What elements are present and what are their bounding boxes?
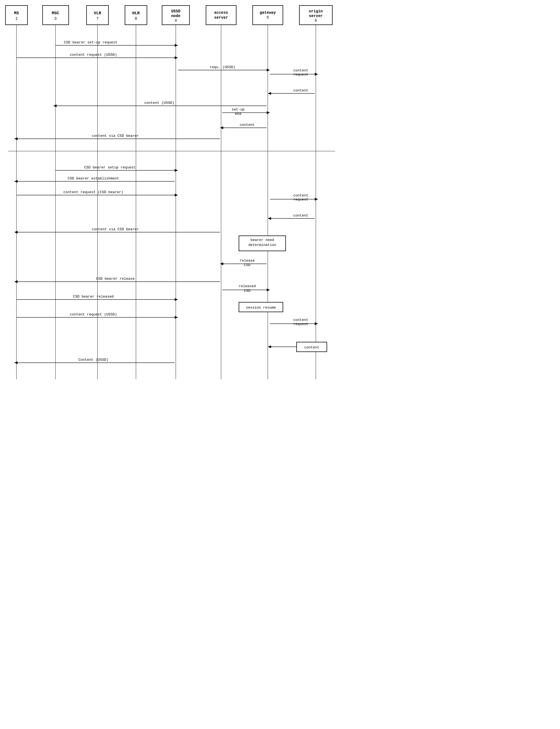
svg-text:content: content [240, 123, 255, 127]
svg-text:HLR: HLR [132, 11, 140, 16]
svg-text:request: request [293, 197, 308, 202]
svg-text:MSC: MSC [52, 11, 59, 16]
svg-text:VLR: VLR [94, 11, 101, 16]
svg-rect-16 [206, 5, 236, 25]
svg-text:server: server [214, 15, 228, 20]
svg-rect-3 [43, 5, 69, 25]
svg-text:3: 3 [54, 16, 57, 21]
svg-text:node: node [171, 14, 180, 18]
svg-text:MS: MS [14, 11, 19, 16]
svg-text:USSD: USSD [171, 9, 180, 13]
svg-text:set-up: set-up [232, 107, 245, 112]
svg-text:CSD bearer setup request: CSD bearer setup request [84, 165, 135, 169]
svg-rect-83 [239, 236, 286, 251]
svg-text:request: request [293, 73, 308, 77]
svg-text:content: content [293, 193, 308, 197]
svg-text:content: content [293, 88, 308, 93]
svg-marker-58 [220, 126, 223, 129]
svg-text:8: 8 [135, 16, 137, 21]
svg-text:CSD: CSD [244, 289, 250, 293]
svg-marker-87 [220, 262, 223, 265]
svg-marker-65 [175, 169, 178, 172]
svg-text:CSD bearer released: CSD bearer released [73, 294, 114, 299]
svg-rect-6 [87, 5, 108, 25]
svg-marker-71 [175, 194, 178, 196]
svg-marker-94 [267, 288, 270, 291]
svg-rect-0 [5, 5, 27, 25]
svg-text:content request (USSD): content request (USSD) [70, 312, 117, 316]
svg-text:content request (USSD): content request (USSD) [70, 53, 117, 57]
svg-rect-109 [297, 342, 327, 352]
svg-text:1: 1 [15, 16, 18, 21]
svg-text:access: access [214, 10, 228, 15]
svg-text:content: content [293, 318, 308, 322]
svg-text:requ. (USSD): requ. (USSD) [210, 65, 235, 69]
svg-text:content: content [293, 213, 308, 218]
svg-text:determination: determination [248, 243, 276, 247]
svg-text:CSD bearer establishment: CSD bearer establishment [68, 176, 119, 180]
svg-text:gateway: gateway [260, 10, 276, 15]
svg-rect-12 [162, 5, 190, 25]
svg-marker-68 [14, 180, 18, 183]
svg-text:content: content [304, 345, 319, 349]
svg-marker-38 [175, 56, 178, 59]
svg-text:release: release [240, 258, 255, 263]
svg-text:Content (USSD): Content (USSD) [78, 358, 108, 362]
svg-text:content: content [293, 68, 308, 73]
svg-marker-98 [175, 298, 178, 301]
sequence-diagram: MS 1 MSC 3 VLR 7 HLR 8 USSD node 4 acces… [0, 0, 560, 729]
svg-rect-22 [299, 5, 332, 25]
svg-marker-61 [14, 137, 18, 140]
svg-marker-106 [315, 322, 318, 325]
svg-marker-54 [267, 111, 270, 114]
svg-text:CSD bearer release: CSD bearer release [96, 277, 135, 281]
svg-text:CSD bearer set-up request: CSD bearer set-up request [64, 40, 117, 44]
svg-text:CSD: CSD [244, 263, 250, 267]
svg-rect-19 [253, 5, 283, 25]
diagram-svg: MS 1 MSC 3 VLR 7 HLR 8 USSD node 4 acces… [0, 0, 560, 729]
svg-text:request: request [293, 322, 308, 326]
svg-marker-41 [267, 69, 270, 71]
svg-marker-51 [53, 104, 57, 107]
svg-text:content via CSD bearer: content via CSD bearer [92, 227, 139, 231]
svg-text:server: server [309, 14, 323, 18]
svg-text:origin: origin [309, 9, 323, 13]
svg-marker-115 [268, 345, 271, 348]
svg-text:bearer need: bearer need [250, 238, 274, 242]
svg-marker-44 [315, 73, 318, 76]
svg-marker-78 [268, 217, 271, 220]
svg-text:content via CSD bearer: content via CSD bearer [92, 134, 139, 138]
svg-text:released: released [239, 284, 256, 288]
svg-marker-103 [175, 316, 178, 319]
svg-rect-100 [239, 302, 283, 312]
svg-text:4: 4 [175, 18, 177, 23]
svg-marker-48 [268, 92, 271, 95]
svg-text:5: 5 [267, 15, 269, 20]
svg-text:7: 7 [96, 16, 99, 21]
svg-text:content (USSD): content (USSD) [144, 101, 174, 105]
svg-marker-35 [175, 44, 178, 47]
svg-text:session resume: session resume [246, 305, 276, 310]
svg-marker-91 [14, 280, 18, 283]
svg-marker-81 [14, 231, 18, 233]
svg-marker-112 [14, 361, 18, 364]
svg-marker-74 [315, 198, 318, 201]
svg-text:end: end [235, 112, 241, 116]
svg-text:content request (CSD bearer): content request (CSD bearer) [63, 190, 123, 194]
svg-text:6: 6 [315, 18, 317, 23]
svg-rect-9 [125, 5, 147, 25]
